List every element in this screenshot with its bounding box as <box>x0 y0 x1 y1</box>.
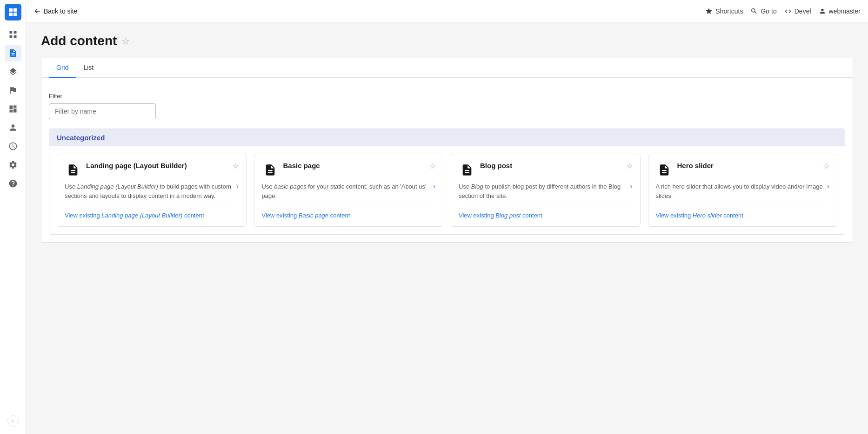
card-basic-page: Basic page ☆ Use basic pages for your st… <box>254 154 444 227</box>
page-favorite-star[interactable]: ☆ <box>121 35 130 47</box>
sidebar-icon-dashboard[interactable] <box>5 101 21 117</box>
card-4-title: Hero slider <box>677 162 823 170</box>
shortcuts-button[interactable]: Shortcuts <box>705 7 743 15</box>
card-4-link[interactable]: View existing Hero slider content <box>656 212 830 219</box>
card-1-arrow[interactable]: › <box>236 182 238 190</box>
card-2-icon <box>262 162 279 178</box>
card-3-divider <box>459 206 633 206</box>
card-3-arrow[interactable]: › <box>630 182 632 190</box>
star-icon <box>705 7 713 15</box>
topbar: Back to site Shortcuts Go to Devel webma… <box>26 0 868 22</box>
card-2-arrow[interactable]: › <box>433 182 435 190</box>
sidebar-icon-help[interactable] <box>5 175 21 192</box>
sidebar: › <box>0 0 26 434</box>
shortcuts-label: Shortcuts <box>715 7 743 15</box>
svg-rect-1 <box>13 8 16 12</box>
tab-list[interactable]: List <box>76 58 101 78</box>
goto-label: Go to <box>761 7 776 15</box>
filter-label: Filter <box>49 93 845 100</box>
sidebar-icon-flag[interactable] <box>5 82 21 99</box>
page-content-area: Add content ☆ Grid List Filter Uncategor… <box>26 22 868 434</box>
card-3-star[interactable]: ☆ <box>626 162 633 170</box>
tabs-content-wrapper: Grid List Filter Uncategorized <box>41 58 853 243</box>
back-to-site-label: Back to site <box>44 7 77 15</box>
card-3-title-row: Blog post ☆ <box>480 162 633 170</box>
sidebar-icon-person[interactable] <box>5 119 21 136</box>
card-1-link[interactable]: View existing Landing page (Layout Build… <box>65 212 239 219</box>
sidebar-icon-grid[interactable] <box>5 26 21 43</box>
user-label: webmaster <box>829 7 861 15</box>
back-arrow-icon <box>33 7 41 15</box>
sidebar-icon-clock[interactable] <box>5 138 21 155</box>
card-3-header: Blog post ☆ <box>459 162 633 178</box>
card-landing-page: Landing page (Layout Builder) ☆ Use Land… <box>57 154 247 227</box>
search-icon <box>750 7 758 15</box>
svg-rect-3 <box>13 13 16 16</box>
card-2-body: Use basic pages for your static content,… <box>262 182 436 200</box>
sidebar-icon-file[interactable] <box>5 45 21 61</box>
devel-button[interactable]: Devel <box>784 7 811 15</box>
card-1-title: Landing page (Layout Builder) <box>86 162 232 170</box>
sidebar-expand-button[interactable]: › <box>7 415 19 427</box>
card-4-divider <box>656 206 830 206</box>
card-1-body: Use Landing page (Layout Builder) to bui… <box>65 182 239 200</box>
card-2-star[interactable]: ☆ <box>429 162 435 170</box>
card-2-header: Basic page ☆ <box>262 162 436 178</box>
card-4-header: Hero slider ☆ <box>656 162 830 178</box>
code-icon <box>784 7 792 15</box>
uncategorized-section: Uncategorized Landing page (Layout Build… <box>49 129 845 235</box>
sidebar-icon-layers[interactable] <box>5 63 21 80</box>
card-hero-slider: Hero slider ☆ A rich hero slider that al… <box>648 154 838 227</box>
cards-grid: Landing page (Layout Builder) ☆ Use Land… <box>49 146 845 234</box>
card-1-star[interactable]: ☆ <box>232 162 239 170</box>
card-1-icon <box>65 162 81 178</box>
card-4-title-row: Hero slider ☆ <box>677 162 830 170</box>
card-1-divider <box>65 206 239 206</box>
card-1-title-row: Landing page (Layout Builder) ☆ <box>86 162 239 170</box>
card-2-title-row: Basic page ☆ <box>283 162 436 170</box>
card-3-desc: Use Blog to publish blog post by differe… <box>459 182 630 200</box>
user-icon <box>819 7 826 15</box>
tab-content: Filter Uncategorized <box>41 85 853 242</box>
page-header: Add content ☆ <box>41 34 853 48</box>
filter-input[interactable] <box>49 103 156 119</box>
card-3-title: Blog post <box>480 162 626 170</box>
card-2-link[interactable]: View existing Basic page content <box>262 212 436 219</box>
filter-section: Filter <box>49 93 845 119</box>
sidebar-icon-settings[interactable] <box>5 156 21 173</box>
card-1-desc: Use Landing page (Layout Builder) to bui… <box>65 182 236 200</box>
card-blog-post: Blog post ☆ Use Blog to publish blog pos… <box>451 154 641 227</box>
card-4-arrow[interactable]: › <box>827 182 829 190</box>
card-3-icon <box>459 162 475 178</box>
svg-rect-0 <box>9 8 12 12</box>
card-4-desc: A rich hero slider that allows you to di… <box>656 182 827 200</box>
card-1-header: Landing page (Layout Builder) ☆ <box>65 162 239 178</box>
card-3-link[interactable]: View existing Blog post content <box>459 212 633 219</box>
user-menu-button[interactable]: webmaster <box>819 7 861 15</box>
goto-button[interactable]: Go to <box>750 7 776 15</box>
logo[interactable] <box>5 4 21 20</box>
card-4-star[interactable]: ☆ <box>823 162 829 170</box>
tab-grid[interactable]: Grid <box>49 58 76 78</box>
back-to-site-link[interactable]: Back to site <box>33 7 77 15</box>
page-title: Add content <box>41 34 117 48</box>
card-3-body: Use Blog to publish blog post by differe… <box>459 182 633 200</box>
svg-rect-2 <box>9 13 12 16</box>
devel-label: Devel <box>795 7 811 15</box>
card-4-body: A rich hero slider that allows you to di… <box>656 182 830 200</box>
section-header-uncategorized: Uncategorized <box>49 129 845 146</box>
card-4-icon <box>656 162 673 178</box>
card-2-divider <box>262 206 436 206</box>
card-2-desc: Use basic pages for your static content,… <box>262 182 433 200</box>
card-2-title: Basic page <box>283 162 429 170</box>
main-content: Back to site Shortcuts Go to Devel webma… <box>26 0 868 434</box>
view-tabs: Grid List <box>41 58 853 78</box>
